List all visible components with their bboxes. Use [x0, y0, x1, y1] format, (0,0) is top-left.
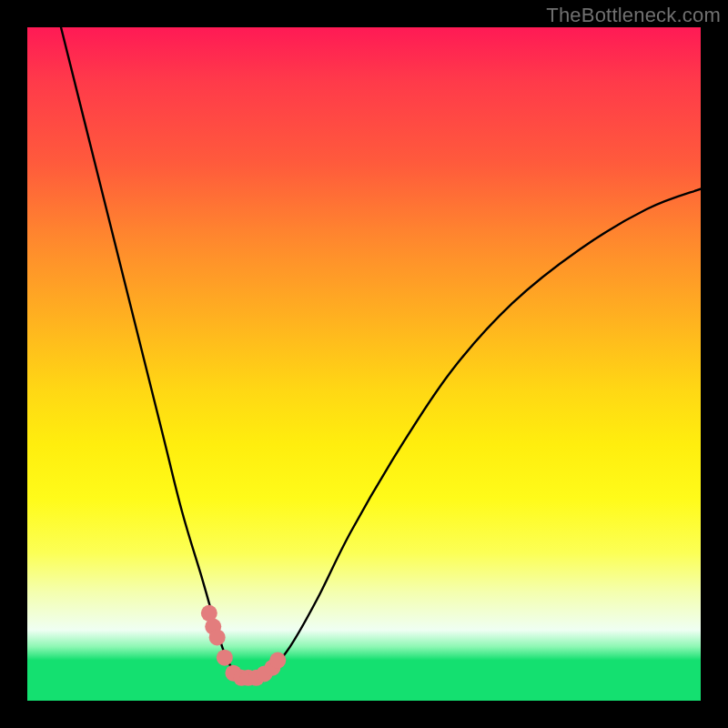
- bottleneck-points: [27, 27, 701, 701]
- plot-area: [27, 27, 701, 701]
- watermark-text: TheBottleneck.com: [546, 4, 721, 27]
- marker-dot: [269, 652, 286, 669]
- marker-group: [201, 605, 286, 686]
- marker-dot: [209, 629, 226, 645]
- marker-dot: [217, 650, 233, 666]
- chart-frame: TheBottleneck.com: [0, 0, 728, 728]
